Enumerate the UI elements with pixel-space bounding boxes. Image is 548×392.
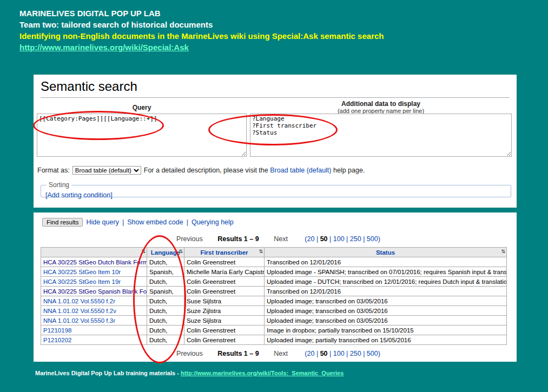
language-cell: Dutch, bbox=[147, 306, 184, 316]
header-first-transcriber-label: First transcriber bbox=[200, 249, 248, 256]
page-title: Semantic search bbox=[41, 79, 510, 98]
page-size-options: (20 | 50 | 100 | 250 | 500) bbox=[305, 235, 380, 243]
page-link[interactable]: NNA 1.01.02 Vol.5550 f.3r bbox=[43, 317, 115, 324]
page-link[interactable]: P1210198 bbox=[43, 327, 71, 334]
page-link[interactable]: P1210202 bbox=[43, 337, 71, 343]
table-row: NNA 1.01.02 Vol.5550 f.2v Dutch, Suze Zi… bbox=[41, 306, 507, 316]
transcriber-cell: Colin Greenstreet bbox=[184, 335, 265, 345]
sort-icon: ⇅ bbox=[141, 249, 146, 254]
page-size-link[interactable]: 250 bbox=[350, 235, 361, 243]
slide-title: MARINELIVES DIGITAL POP UP LAB bbox=[19, 8, 384, 19]
separator: | bbox=[187, 218, 188, 226]
page-link[interactable]: NNA 1.01.02 Vol.5550 f.2r bbox=[43, 298, 115, 304]
page-size-link[interactable]: 250 bbox=[350, 350, 361, 357]
additional-data-textarea[interactable]: ?Language ?First transcriber ?Status bbox=[250, 114, 512, 157]
page-size-link[interactable]: 20 bbox=[307, 235, 315, 243]
language-cell: Dutch, bbox=[147, 316, 184, 325]
status-cell: Uploaded image; partially transcribed on… bbox=[265, 335, 507, 345]
language-cell: Dutch, bbox=[147, 296, 184, 306]
query-textarea[interactable]: [[Category:Pages]][[Language::+]] bbox=[37, 114, 247, 157]
page-link[interactable]: HCA 30/225 StGeo Dutch Blank Form bbox=[43, 259, 147, 265]
page-size-link[interactable]: 500 bbox=[367, 350, 378, 357]
status-cell: Transcribed on 12/01/2016 bbox=[265, 257, 507, 267]
page-link[interactable]: HCA 30/225 StGeo Item 10r bbox=[43, 269, 121, 275]
status-cell: Uploaded image; transcribed on 03/05/201… bbox=[265, 306, 507, 316]
status-cell: Uploaded image; transcribed on 03/05/201… bbox=[265, 316, 507, 325]
page-size-link[interactable]: 500 bbox=[367, 235, 378, 243]
transcriber-cell: Colin Greenstreet bbox=[184, 287, 265, 296]
transcriber-cell: Suze Sijlstra bbox=[184, 316, 265, 325]
format-label: Format as: bbox=[37, 167, 70, 174]
header-language[interactable]: Language⇅ bbox=[147, 248, 184, 257]
status-cell: Image in dropbox; partially transcribed … bbox=[265, 325, 507, 335]
pagination-top: Previous Results 1 – 9 Next (20 | 50 | 1… bbox=[34, 235, 517, 243]
transcriber-cell: Colin Greenstreet bbox=[184, 257, 265, 267]
page-size-link[interactable]: 20 bbox=[307, 350, 315, 357]
format-select[interactable]: Broad table (default) bbox=[72, 166, 141, 175]
results-panel: Find results Hide query | Show embed cod… bbox=[34, 212, 517, 362]
language-cell: Dutch, bbox=[147, 325, 184, 335]
format-description: For a detailed description, please visit… bbox=[144, 167, 365, 174]
results-table-body: HCA 30/225 StGeo Dutch Blank Form Dutch,… bbox=[41, 257, 507, 345]
special-ask-url-link[interactable]: http://www.marinelives.org/wiki/Special:… bbox=[19, 42, 189, 53]
add-sorting-condition-link[interactable]: [Add sorting condition] bbox=[45, 191, 113, 199]
header-page[interactable]: ⇅ bbox=[41, 248, 147, 257]
sort-icon: ⇅ bbox=[259, 249, 263, 254]
page-cell: HCA 30/225 StGeo Item 10r bbox=[41, 267, 147, 277]
slide-footer: MarineLives Digital Pop Up Lab training … bbox=[35, 370, 344, 376]
page-size-current: 50 bbox=[320, 350, 328, 357]
page-link[interactable]: NNA 1.01.02 Vol.5550 f.2v bbox=[43, 308, 116, 314]
header-first-transcriber[interactable]: First transcriber⇅ bbox=[184, 248, 265, 257]
table-row: P1210198 Dutch, Colin Greenstreet Image … bbox=[41, 325, 507, 335]
slide-subtitle: Team two: tailored search of historical … bbox=[19, 19, 384, 30]
sorting-legend: Sorting bbox=[47, 181, 71, 189]
show-embed-code-link[interactable]: Show embed code bbox=[127, 218, 183, 226]
page-cell: HCA 30/225 StGeo Item 19r bbox=[41, 277, 147, 287]
language-cell: Dutch, bbox=[147, 257, 184, 267]
querying-help-link[interactable]: Querying help bbox=[192, 218, 234, 226]
header-status[interactable]: Status⇅ bbox=[265, 248, 507, 257]
results-table: ⇅ Language⇅ First transcriber⇅ Status⇅ H… bbox=[41, 247, 507, 345]
pagination-bottom: Previous Results 1 – 9 Next (20 | 50 | 1… bbox=[34, 350, 517, 357]
footer-text: MarineLives Digital Pop Up Lab training … bbox=[35, 370, 179, 376]
transcriber-cell: Suse Sijlstra bbox=[184, 296, 265, 306]
page-cell: P1210198 bbox=[41, 325, 147, 335]
transcriber-cell: Suze Zijlstra bbox=[184, 306, 265, 316]
page-cell: NNA 1.01.02 Vol.5550 f.2r bbox=[41, 296, 147, 306]
semantic-search-panel: Semantic search Query Additional data to… bbox=[34, 75, 517, 208]
table-row: P1210202 Dutch, Colin Greenstreet Upload… bbox=[41, 335, 507, 345]
page-cell: NNA 1.01.02 Vol.5550 f.3r bbox=[41, 316, 147, 325]
results-count: Results 1 – 9 bbox=[217, 235, 259, 243]
page-cell: HCA 30/225 StGeo Spanish Blank Form bbox=[41, 287, 147, 296]
page-cell: P1210202 bbox=[41, 335, 147, 345]
status-cell: Uploaded image - SPANISH; transcribed on… bbox=[265, 267, 507, 277]
status-cell: Uploaded image; transcribed on 03/05/201… bbox=[265, 296, 507, 306]
format-help-link[interactable]: Broad table (default) bbox=[270, 167, 331, 174]
hide-query-link[interactable]: Hide query bbox=[86, 218, 118, 226]
page-link[interactable]: HCA 30/225 StGeo Spanish Blank Form bbox=[43, 288, 147, 295]
language-cell: Dutch, bbox=[147, 335, 184, 345]
table-row: HCA 30/225 StGeo Dutch Blank Form Dutch,… bbox=[41, 257, 507, 267]
table-row: NNA 1.01.02 Vol.5550 f.3r Dutch, Suze Si… bbox=[41, 316, 507, 325]
page-size-link[interactable]: 100 bbox=[333, 235, 345, 243]
sorting-fieldset: Sorting [Add sorting condition] bbox=[41, 181, 511, 197]
results-count: Results 1 – 9 bbox=[217, 350, 259, 357]
page-size-link[interactable]: 100 bbox=[333, 350, 345, 357]
sort-icon: ⇅ bbox=[501, 249, 505, 254]
format-row: Format as: Broad table (default) For a d… bbox=[37, 166, 365, 175]
table-row: HCA 30/225 StGeo Item 19r Dutch, Colin G… bbox=[41, 277, 507, 287]
language-cell: Spanish, bbox=[147, 267, 184, 277]
format-desc-after: help page. bbox=[333, 167, 365, 174]
page-link[interactable]: HCA 30/225 StGeo Item 19r bbox=[43, 278, 121, 285]
table-row: HCA 30/225 StGeo Item 10r Spanish, Miche… bbox=[41, 267, 507, 277]
transcriber-cell: Colin Greenstreet bbox=[184, 325, 265, 335]
slide-topic: Identifying non-English documents in the… bbox=[19, 30, 384, 42]
page-size-current: 50 bbox=[320, 235, 328, 243]
page-cell: HCA 30/225 StGeo Dutch Blank Form bbox=[41, 257, 147, 267]
slide-background: MARINELIVES DIGITAL POP UP LAB Team two:… bbox=[0, 0, 548, 392]
find-results-button[interactable]: Find results bbox=[42, 218, 83, 227]
separator: | bbox=[122, 218, 124, 226]
table-header-row: ⇅ Language⇅ First transcriber⇅ Status⇅ bbox=[41, 248, 507, 257]
footer-link[interactable]: http://www.marinelives.org/wiki/Tools:_S… bbox=[181, 370, 344, 376]
transcriber-cell: Colin Greenstreet bbox=[184, 277, 265, 287]
